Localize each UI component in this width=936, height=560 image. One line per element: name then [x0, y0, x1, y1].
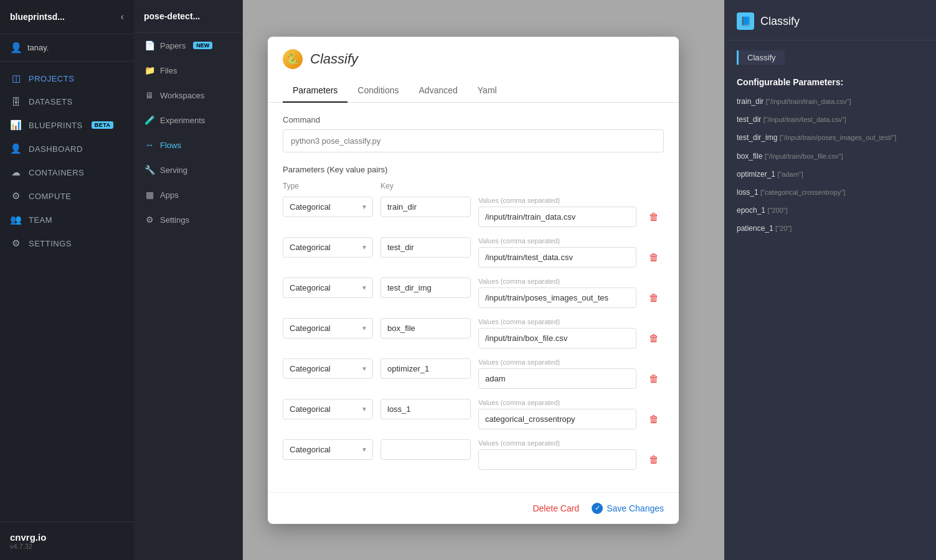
right-panel-icon: 📘: [737, 12, 754, 30]
second-nav-apps[interactable]: ▦ Apps: [134, 182, 242, 207]
config-param-test-dir-img: test_dir_img ["/input/train/poses_images…: [737, 132, 924, 144]
compute-icon: ⚙: [10, 190, 22, 202]
modal-body: Command Parameters (Key value pairs) Typ…: [268, 103, 679, 492]
type-select-6[interactable]: CategoricalNumericBoolean: [283, 399, 372, 419]
sidebar-item-team[interactable]: 👥 TEAM: [0, 208, 134, 231]
key-input-2[interactable]: [381, 237, 471, 258]
tab-parameters[interactable]: Parameters: [283, 79, 347, 103]
value-input-1[interactable]: [478, 207, 636, 227]
type-select-4[interactable]: CategoricalNumericBoolean: [283, 319, 372, 338]
type-select-7[interactable]: CategoricalNumericBoolean: [283, 440, 372, 459]
value-input-3[interactable]: [478, 287, 636, 308]
value-input-2[interactable]: [478, 247, 636, 268]
save-icon: ✓: [592, 503, 603, 514]
sidebar-item-compute[interactable]: ⚙ COMPUTE: [0, 184, 134, 208]
values-label: Values (comma separated): [478, 278, 636, 285]
values-label: Values (comma separated): [478, 358, 636, 366]
apps-icon: ▦: [144, 190, 155, 200]
second-nav-files[interactable]: 📁 Files: [134, 58, 242, 83]
type-select-3[interactable]: CategoricalNumericBoolean: [283, 278, 372, 297]
classify-tag: Classify: [737, 50, 785, 65]
type-select-wrapper-7: CategoricalNumericBoolean ▼: [283, 439, 373, 460]
projects-icon: ◫: [10, 73, 22, 84]
config-param-test-dir: test_dir ["/input/train/test_data.csv"]: [737, 114, 924, 126]
second-nav-label: Experiments: [160, 116, 205, 125]
value-input-7[interactable]: [478, 449, 636, 470]
command-input[interactable]: [283, 129, 664, 152]
modal-overlay: 🐍 Classify Parameters Conditions Advance…: [243, 0, 724, 560]
delete-row-1[interactable]: 🗑: [644, 208, 664, 226]
second-nav-flows[interactable]: ↔ Flows: [134, 133, 242, 157]
param-row: CategoricalNumericBoolean ▼ Values (comm…: [283, 439, 664, 470]
tab-yaml[interactable]: Yaml: [468, 79, 507, 103]
type-select-1[interactable]: CategoricalNumericBoolean: [283, 197, 372, 217]
second-nav-experiments[interactable]: 🧪 Experiments: [134, 108, 242, 133]
type-select-wrapper-5: CategoricalNumericBoolean ▼: [283, 358, 373, 379]
user-icon: 👤: [10, 42, 22, 54]
value-input-4[interactable]: [478, 328, 636, 348]
save-changes-button[interactable]: ✓ Save Changes: [592, 503, 664, 514]
key-input-1[interactable]: [381, 197, 471, 217]
right-panel: 📘 Classify Classify Configurable Paramet…: [724, 0, 936, 560]
modal-title: Classify: [310, 51, 358, 67]
values-label: Values (comma separated): [478, 237, 636, 245]
sidebar-item-label: CONTAINERS: [29, 168, 84, 177]
tab-advanced[interactable]: Advanced: [409, 79, 468, 103]
second-nav-label: Apps: [160, 190, 179, 200]
col-values: [478, 182, 636, 190]
delete-row-4[interactable]: 🗑: [644, 329, 664, 348]
main-content: 🐍 Classify Parameters Conditions Advance…: [243, 0, 724, 560]
user-profile[interactable]: 👤 tanay.: [0, 34, 134, 62]
second-sidebar: pose-detect... 📄 Papers NEW 📁 Files 🖥 Wo…: [134, 0, 243, 560]
second-nav-papers[interactable]: 📄 Papers NEW: [134, 33, 242, 58]
config-param-patience-1: patience_1 ["20"]: [737, 223, 924, 235]
key-input-3[interactable]: [381, 278, 471, 298]
delete-row-7[interactable]: 🗑: [644, 450, 664, 469]
right-panel-header: 📘 Classify: [724, 0, 936, 40]
config-param-loss-1: loss_1 ["categorical_crossentropy"]: [737, 187, 924, 198]
sidebar-item-label: BLUEPRINTS: [29, 121, 83, 130]
key-input-4[interactable]: [381, 318, 471, 338]
user-name: tanay.: [27, 43, 49, 52]
delete-row-6[interactable]: 🗑: [644, 410, 664, 429]
second-nav-serving[interactable]: 🔧 Serving: [134, 157, 242, 182]
second-nav-label: Papers: [160, 41, 186, 50]
delete-row-5[interactable]: 🗑: [644, 370, 664, 388]
collapse-icon[interactable]: ‹: [121, 11, 124, 22]
files-icon: 📁: [144, 65, 155, 75]
second-nav-workspaces[interactable]: 🖥 Workspaces: [134, 83, 242, 108]
param-row: CategoricalNumericBoolean ▼ Values (comm…: [283, 237, 664, 268]
sidebar-item-dashboard[interactable]: 👤 DASHBOARD: [0, 137, 134, 161]
sidebar-item-blueprints[interactable]: 📊 BLUEPRINTS BETA: [0, 113, 134, 137]
tab-conditions[interactable]: Conditions: [347, 79, 409, 103]
containers-icon: ☁: [10, 167, 22, 178]
sidebar-item-label: COMPUTE: [29, 192, 72, 201]
sidebar-item-label: PROJECTS: [29, 74, 74, 83]
type-select-2[interactable]: CategoricalNumericBoolean: [283, 238, 372, 257]
right-panel-body: Classify Configurable Parameters: train_…: [724, 40, 936, 560]
sidebar-item-settings[interactable]: ⚙ SETTINGS: [0, 231, 134, 255]
delete-row-2[interactable]: 🗑: [644, 248, 664, 267]
key-input-7[interactable]: [381, 439, 471, 460]
second-nav-settings[interactable]: ⚙ Settings: [134, 207, 242, 232]
sidebar-footer: cnvrg.io v4.7.32: [0, 521, 134, 560]
type-select-5[interactable]: CategoricalNumericBoolean: [283, 359, 372, 378]
delete-card-button[interactable]: Delete Card: [532, 503, 579, 513]
sidebar-item-containers[interactable]: ☁ CONTAINERS: [0, 161, 134, 184]
left-sidebar: blueprintsd... ‹ 👤 tanay. ◫ PROJECTS 🗄 D…: [0, 0, 134, 560]
modal-footer: Delete Card ✓ Save Changes: [268, 492, 679, 524]
datasets-icon: 🗄: [10, 96, 22, 107]
key-input-6[interactable]: [381, 399, 471, 419]
values-label: Values (comma separated): [478, 439, 636, 447]
sidebar-item-label: DASHBOARD: [29, 144, 83, 154]
new-badge: NEW: [193, 42, 212, 49]
value-input-6[interactable]: [478, 409, 636, 429]
sidebar-item-projects[interactable]: ◫ PROJECTS: [0, 67, 134, 90]
right-panel-title: Classify: [760, 15, 800, 28]
team-icon: 👥: [10, 214, 22, 225]
settings-icon: ⚙: [144, 215, 155, 225]
key-input-5[interactable]: [381, 358, 471, 379]
delete-row-3[interactable]: 🗑: [644, 289, 664, 307]
value-input-5[interactable]: [478, 368, 636, 389]
sidebar-item-datasets[interactable]: 🗄 DATASETS: [0, 90, 134, 113]
